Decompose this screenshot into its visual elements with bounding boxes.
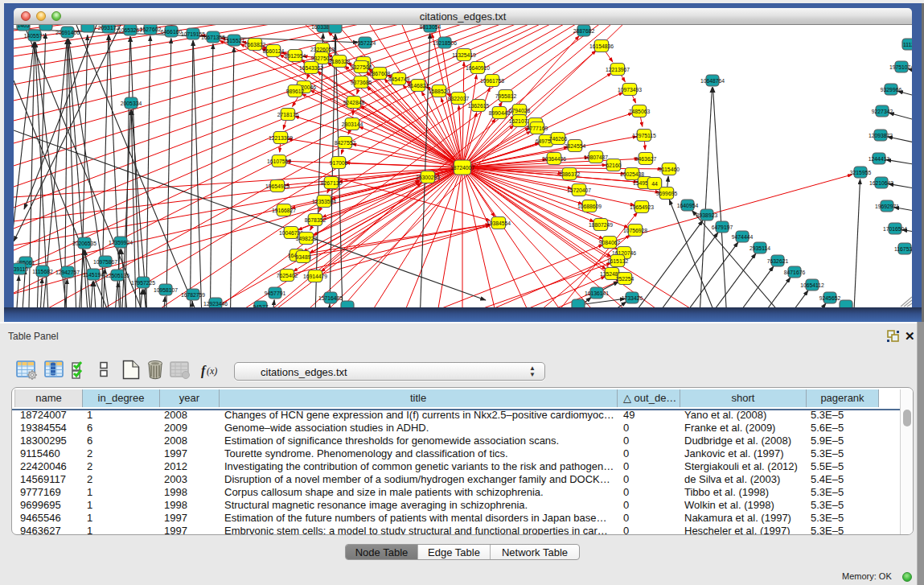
svg-text:10025438: 10025438	[620, 171, 644, 177]
svg-text:15716485: 15716485	[318, 295, 343, 301]
svg-text:1145194: 1145194	[83, 272, 104, 278]
svg-text:12093872: 12093872	[869, 133, 893, 138]
svg-text:9115460: 9115460	[659, 167, 680, 172]
svg-text:839119: 839119	[14, 266, 28, 272]
svg-text:1527602: 1527602	[140, 27, 162, 32]
svg-text:17957225: 17957225	[131, 280, 155, 286]
svg-text:9084067: 9084067	[599, 240, 621, 245]
svg-text:2867608: 2867608	[369, 71, 391, 76]
svg-text:8912954: 8912954	[285, 53, 306, 59]
svg-text:8427552: 8427552	[335, 140, 356, 146]
svg-text:9146821: 9146821	[408, 83, 429, 89]
svg-text:8678352: 8678352	[305, 217, 326, 223]
svg-text:19654925: 19654925	[265, 183, 290, 189]
svg-text:1621072: 1621072	[509, 118, 531, 124]
svg-text:9463627: 9463627	[635, 156, 657, 162]
svg-text:7357224: 7357224	[355, 40, 376, 46]
svg-text:3498222: 3498222	[296, 236, 318, 241]
svg-text:83901: 83901	[14, 258, 14, 264]
svg-text:12213967: 12213967	[606, 67, 630, 72]
svg-text:19751074: 19751074	[889, 64, 912, 70]
svg-text:12942757: 12942757	[55, 270, 80, 275]
svg-text:16671355: 16671355	[201, 35, 225, 40]
svg-text:19218506: 19218506	[433, 40, 457, 46]
svg-text:1615132: 1615132	[607, 258, 629, 264]
svg-text:1733426: 1733426	[622, 295, 643, 301]
svg-text:16210643: 16210643	[869, 180, 893, 186]
svg-text:8990448: 8990448	[489, 110, 511, 116]
svg-text:17359924: 17359924	[109, 240, 133, 245]
svg-text:10648764: 10648764	[700, 78, 725, 84]
svg-text:16782759: 16782759	[181, 292, 205, 298]
svg-text:7386372: 7386372	[559, 171, 581, 177]
svg-text:(x): (x)	[207, 365, 217, 377]
svg-text:10756928: 10756928	[623, 228, 647, 233]
svg-text:62160: 62160	[606, 163, 622, 168]
svg-text:746266: 746266	[549, 136, 568, 142]
svg-text:10958107: 10958107	[154, 287, 178, 293]
svg-text:10807487: 10807487	[584, 154, 608, 160]
svg-text:12213369: 12213369	[269, 135, 293, 141]
svg-text:20691406: 20691406	[55, 30, 80, 35]
svg-text:2718176: 2718176	[277, 112, 299, 117]
svg-text:18724007: 18724007	[450, 165, 474, 171]
svg-text:7955812: 7955812	[495, 93, 517, 99]
svg-text:20364436: 20364436	[542, 156, 566, 162]
svg-text:12353594: 12353594	[312, 199, 336, 204]
svg-text:8660124: 8660124	[263, 48, 285, 54]
svg-text:8471676: 8471676	[784, 270, 806, 275]
svg-text:2887682: 2887682	[573, 28, 595, 34]
svg-text:10688609: 10688609	[577, 204, 602, 209]
svg-text:3215955: 3215955	[850, 170, 872, 175]
svg-text:23226058: 23226058	[310, 47, 335, 52]
svg-text:19384554: 19384554	[487, 220, 511, 226]
svg-text:9327508: 9327508	[351, 64, 372, 70]
svg-text:20206535: 20206535	[72, 241, 97, 246]
svg-text:17016504: 17016504	[883, 226, 907, 232]
svg-text:44: 44	[651, 181, 658, 187]
svg-text:6466160: 6466160	[161, 29, 183, 35]
svg-text:7663822: 7663822	[244, 42, 266, 47]
svg-text:7625402: 7625402	[277, 273, 298, 278]
svg-text:9242848: 9242848	[343, 100, 365, 105]
svg-text:9457791: 9457791	[265, 290, 286, 296]
svg-text:1115682: 1115682	[32, 269, 53, 274]
svg-text:8454749: 8454749	[388, 76, 410, 82]
svg-text:252254: 252254	[616, 276, 634, 282]
svg-text:10975867: 10975867	[93, 259, 117, 265]
svg-text:1405: 1405	[17, 25, 29, 28]
svg-text:1112: 1112	[903, 42, 912, 47]
svg-text:1588520: 1588520	[429, 89, 450, 94]
svg-text:2005334: 2005334	[121, 101, 142, 106]
svg-text:10973493: 10973493	[618, 87, 642, 93]
svg-text:12975115: 12975115	[632, 133, 656, 138]
svg-text:2093172: 2093172	[98, 25, 120, 31]
svg-text:1244413: 1244413	[869, 156, 890, 162]
svg-text:16154836: 16154836	[589, 43, 614, 49]
svg-text:7485063: 7485063	[629, 109, 651, 114]
svg-text:1640954: 1640954	[677, 203, 699, 208]
svg-text:f: f	[201, 364, 207, 378]
svg-text:15720407: 15720407	[567, 187, 591, 193]
svg-text:7632621: 7632621	[767, 258, 789, 264]
svg-text:1167531: 1167531	[894, 246, 912, 252]
svg-text:8186328: 8186328	[329, 59, 351, 64]
svg-text:9373685: 9373685	[351, 80, 372, 85]
svg-text:19654923: 19654923	[630, 204, 654, 210]
svg-text:9329966: 9329966	[881, 87, 902, 93]
svg-text:9699695: 9699695	[656, 191, 678, 196]
svg-text:1405571: 1405571	[24, 33, 46, 39]
svg-text:16136141: 16136141	[585, 290, 609, 296]
svg-text:16914479: 16914479	[303, 274, 327, 279]
svg-text:18807249: 18807249	[589, 222, 613, 228]
svg-text:6794028: 6794028	[509, 108, 531, 113]
svg-text:19692971: 19692971	[875, 204, 899, 209]
svg-text:8322037: 8322037	[448, 96, 470, 101]
svg-text:9474444: 9474444	[732, 234, 754, 240]
svg-text:10961758: 10961758	[480, 78, 504, 84]
svg-text:16543362: 16543362	[299, 65, 323, 71]
svg-text:9777169: 9777169	[527, 126, 548, 131]
svg-text:11325419: 11325419	[452, 52, 476, 58]
svg-text:8267130: 8267130	[321, 180, 343, 186]
svg-text:6479197: 6479197	[712, 225, 733, 230]
